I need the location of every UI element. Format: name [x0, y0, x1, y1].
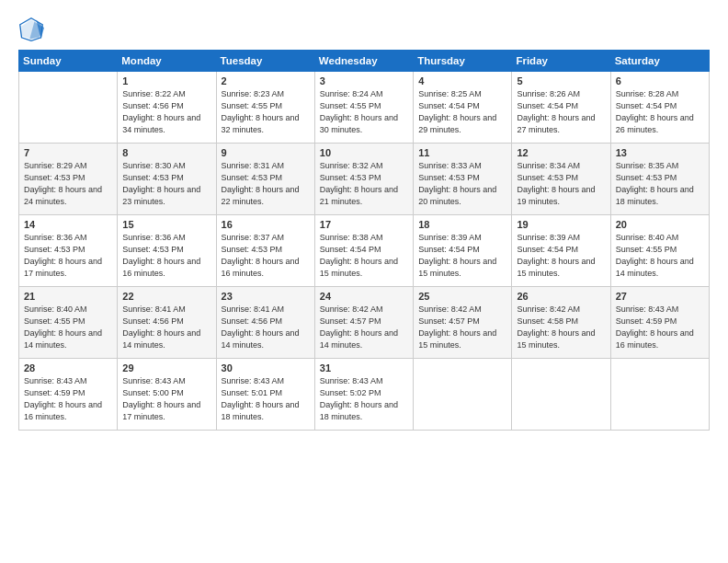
day-info: Sunrise: 8:28 AM Sunset: 4:54 PM Dayligh… — [616, 88, 704, 136]
day-info: Sunrise: 8:22 AM Sunset: 4:56 PM Dayligh… — [122, 88, 210, 136]
day-number: 31 — [320, 362, 408, 373]
day-number: 3 — [320, 75, 408, 86]
day-number: 4 — [418, 75, 506, 86]
calendar-cell: 13Sunrise: 8:35 AM Sunset: 4:53 PM Dayli… — [610, 144, 709, 215]
header — [18, 17, 710, 42]
day-info: Sunrise: 8:40 AM Sunset: 4:55 PM Dayligh… — [616, 232, 704, 280]
calendar-cell: 11Sunrise: 8:33 AM Sunset: 4:53 PM Dayli… — [414, 144, 512, 215]
calendar-cell: 26Sunrise: 8:42 AM Sunset: 4:58 PM Dayli… — [512, 287, 610, 359]
calendar-cell: 19Sunrise: 8:39 AM Sunset: 4:54 PM Dayli… — [512, 215, 610, 287]
day-number: 26 — [517, 291, 605, 302]
calendar-cell: 1Sunrise: 8:22 AM Sunset: 4:56 PM Daylig… — [118, 72, 216, 144]
day-number: 28 — [24, 362, 112, 373]
calendar-week-5: 28Sunrise: 8:43 AM Sunset: 4:59 PM Dayli… — [19, 359, 710, 431]
calendar-cell: 6Sunrise: 8:28 AM Sunset: 4:54 PM Daylig… — [610, 72, 709, 144]
day-number: 14 — [24, 219, 112, 230]
day-number: 21 — [24, 291, 112, 302]
day-number: 17 — [320, 219, 408, 230]
calendar-cell: 8Sunrise: 8:30 AM Sunset: 4:53 PM Daylig… — [118, 144, 216, 215]
day-info: Sunrise: 8:40 AM Sunset: 4:55 PM Dayligh… — [24, 304, 112, 351]
calendar-cell: 10Sunrise: 8:32 AM Sunset: 4:53 PM Dayli… — [314, 144, 413, 215]
day-info: Sunrise: 8:37 AM Sunset: 4:53 PM Dayligh… — [222, 232, 310, 280]
day-info: Sunrise: 8:31 AM Sunset: 4:53 PM Dayligh… — [222, 160, 310, 208]
logo — [18, 17, 48, 42]
calendar-col-wednesday: Wednesday — [314, 51, 413, 72]
day-number: 25 — [418, 291, 506, 302]
day-number: 30 — [222, 362, 310, 373]
calendar-cell — [414, 359, 512, 431]
day-number: 10 — [320, 147, 408, 158]
calendar-cell: 14Sunrise: 8:36 AM Sunset: 4:53 PM Dayli… — [19, 215, 118, 287]
calendar-cell: 5Sunrise: 8:26 AM Sunset: 4:54 PM Daylig… — [512, 72, 610, 144]
calendar-cell: 17Sunrise: 8:38 AM Sunset: 4:54 PM Dayli… — [314, 215, 413, 287]
day-number: 7 — [24, 147, 112, 158]
day-info: Sunrise: 8:33 AM Sunset: 4:53 PM Dayligh… — [418, 160, 506, 208]
calendar-cell: 21Sunrise: 8:40 AM Sunset: 4:55 PM Dayli… — [19, 287, 118, 359]
calendar-week-4: 21Sunrise: 8:40 AM Sunset: 4:55 PM Dayli… — [19, 287, 710, 359]
day-info: Sunrise: 8:41 AM Sunset: 4:56 PM Dayligh… — [222, 304, 310, 351]
calendar-col-thursday: Thursday — [414, 51, 512, 72]
calendar-cell: 29Sunrise: 8:43 AM Sunset: 5:00 PM Dayli… — [118, 359, 216, 431]
day-number: 5 — [517, 75, 605, 86]
calendar-cell: 12Sunrise: 8:34 AM Sunset: 4:53 PM Dayli… — [512, 144, 610, 215]
calendar-cell: 16Sunrise: 8:37 AM Sunset: 4:53 PM Dayli… — [216, 215, 314, 287]
day-number: 8 — [122, 147, 210, 158]
day-info: Sunrise: 8:42 AM Sunset: 4:58 PM Dayligh… — [517, 304, 605, 351]
day-number: 9 — [222, 147, 310, 158]
calendar-cell — [19, 72, 118, 144]
day-info: Sunrise: 8:26 AM Sunset: 4:54 PM Dayligh… — [517, 88, 605, 136]
day-number: 2 — [222, 75, 310, 86]
calendar-cell: 23Sunrise: 8:41 AM Sunset: 4:56 PM Dayli… — [216, 287, 314, 359]
calendar-cell: 24Sunrise: 8:42 AM Sunset: 4:57 PM Dayli… — [314, 287, 413, 359]
calendar-cell: 4Sunrise: 8:25 AM Sunset: 4:54 PM Daylig… — [414, 72, 512, 144]
day-number: 18 — [418, 219, 506, 230]
day-info: Sunrise: 8:39 AM Sunset: 4:54 PM Dayligh… — [517, 232, 605, 280]
day-number: 29 — [122, 362, 210, 373]
calendar-cell: 25Sunrise: 8:42 AM Sunset: 4:57 PM Dayli… — [414, 287, 512, 359]
day-info: Sunrise: 8:43 AM Sunset: 5:01 PM Dayligh… — [222, 375, 310, 423]
day-number: 22 — [122, 291, 210, 302]
calendar-col-sunday: Sunday — [19, 51, 118, 72]
day-info: Sunrise: 8:35 AM Sunset: 4:53 PM Dayligh… — [616, 160, 704, 208]
day-number: 27 — [616, 291, 704, 302]
logo-icon — [18, 17, 44, 42]
day-number: 23 — [222, 291, 310, 302]
day-number: 12 — [517, 147, 605, 158]
day-info: Sunrise: 8:43 AM Sunset: 5:00 PM Dayligh… — [122, 375, 210, 423]
day-info: Sunrise: 8:34 AM Sunset: 4:53 PM Dayligh… — [517, 160, 605, 208]
day-number: 20 — [616, 219, 704, 230]
calendar-col-friday: Friday — [512, 51, 610, 72]
day-info: Sunrise: 8:29 AM Sunset: 4:53 PM Dayligh… — [24, 160, 112, 208]
day-number: 13 — [616, 147, 704, 158]
calendar-cell: 30Sunrise: 8:43 AM Sunset: 5:01 PM Dayli… — [216, 359, 314, 431]
day-number: 15 — [122, 219, 210, 230]
day-info: Sunrise: 8:42 AM Sunset: 4:57 PM Dayligh… — [418, 304, 506, 351]
day-info: Sunrise: 8:38 AM Sunset: 4:54 PM Dayligh… — [320, 232, 408, 280]
calendar-cell: 3Sunrise: 8:24 AM Sunset: 4:55 PM Daylig… — [314, 72, 413, 144]
day-number: 19 — [517, 219, 605, 230]
calendar-cell: 15Sunrise: 8:36 AM Sunset: 4:53 PM Dayli… — [118, 215, 216, 287]
day-number: 1 — [122, 75, 210, 86]
day-number: 16 — [222, 219, 310, 230]
calendar-cell: 28Sunrise: 8:43 AM Sunset: 4:59 PM Dayli… — [19, 359, 118, 431]
calendar-cell: 18Sunrise: 8:39 AM Sunset: 4:54 PM Dayli… — [414, 215, 512, 287]
day-info: Sunrise: 8:39 AM Sunset: 4:54 PM Dayligh… — [418, 232, 506, 280]
calendar-cell: 31Sunrise: 8:43 AM Sunset: 5:02 PM Dayli… — [314, 359, 413, 431]
calendar-cell: 22Sunrise: 8:41 AM Sunset: 4:56 PM Dayli… — [118, 287, 216, 359]
calendar-table: SundayMondayTuesdayWednesdayThursdayFrid… — [18, 50, 710, 431]
day-info: Sunrise: 8:32 AM Sunset: 4:53 PM Dayligh… — [320, 160, 408, 208]
day-number: 24 — [320, 291, 408, 302]
calendar-week-1: 1Sunrise: 8:22 AM Sunset: 4:56 PM Daylig… — [19, 72, 710, 144]
calendar-cell — [512, 359, 610, 431]
day-info: Sunrise: 8:41 AM Sunset: 4:56 PM Dayligh… — [122, 304, 210, 351]
calendar-header-row: SundayMondayTuesdayWednesdayThursdayFrid… — [19, 51, 710, 72]
calendar-cell: 20Sunrise: 8:40 AM Sunset: 4:55 PM Dayli… — [610, 215, 709, 287]
day-info: Sunrise: 8:30 AM Sunset: 4:53 PM Dayligh… — [122, 160, 210, 208]
day-info: Sunrise: 8:43 AM Sunset: 4:59 PM Dayligh… — [24, 375, 112, 423]
calendar-week-2: 7Sunrise: 8:29 AM Sunset: 4:53 PM Daylig… — [19, 144, 710, 215]
calendar-col-tuesday: Tuesday — [216, 51, 314, 72]
calendar-cell: 7Sunrise: 8:29 AM Sunset: 4:53 PM Daylig… — [19, 144, 118, 215]
day-info: Sunrise: 8:43 AM Sunset: 4:59 PM Dayligh… — [616, 304, 704, 351]
calendar-cell — [610, 359, 709, 431]
calendar-col-saturday: Saturday — [610, 51, 709, 72]
